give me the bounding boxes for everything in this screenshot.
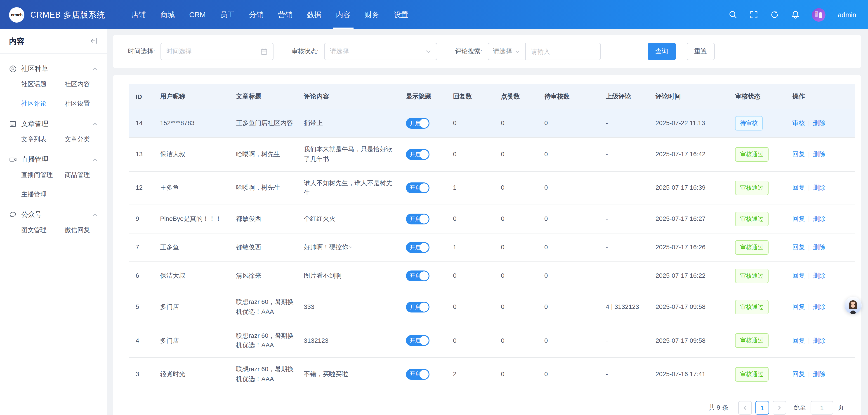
cell-article: 都敏俊西 (231, 205, 299, 233)
action-link[interactable]: 删除 (813, 215, 826, 222)
user-avatar[interactable] (812, 8, 826, 22)
action-link[interactable]: 回复 (792, 215, 805, 222)
floating-assistant-avatar[interactable] (844, 297, 862, 314)
sidebar-section: 文章管理文章列表文章分类 (0, 115, 107, 148)
sidebar-item[interactable]: 社区评论 (21, 100, 65, 108)
visibility-toggle[interactable]: 开启 (406, 335, 430, 346)
action-link[interactable]: 删除 (813, 244, 826, 251)
cell-likes: 0 (496, 233, 540, 262)
comment-search-type-select[interactable]: 请选择 (488, 43, 526, 60)
sidebar-item[interactable]: 直播间管理 (21, 171, 65, 179)
nav-item[interactable]: 店铺 (124, 0, 153, 29)
action-link[interactable]: 删除 (813, 150, 826, 158)
cell-likes: 0 (496, 262, 540, 290)
cell-parent: - (601, 324, 651, 357)
sidebar-item[interactable]: 图文管理 (21, 226, 65, 234)
jump-page-input[interactable] (811, 401, 833, 415)
sidebar-title: 内容 (9, 36, 24, 46)
menu-collapse-icon[interactable] (90, 37, 98, 46)
table-row: 7王多鱼都敏俊西好帅啊！硬控你~开启100-2025-07-17 16:26审核… (129, 233, 855, 262)
sidebar-item[interactable]: 社区内容 (65, 80, 107, 89)
action-link[interactable]: 回复 (792, 184, 805, 191)
cell-replies: 0 (448, 138, 496, 171)
table-row: 3轻煮时光联想razr 60，暑期换机优选！AAA不错，买啦买啦开启200-20… (129, 357, 855, 391)
visibility-toggle[interactable]: 开启 (406, 369, 430, 380)
action-link[interactable]: 回复 (792, 244, 805, 251)
action-link[interactable]: 回复 (792, 303, 805, 310)
action-link[interactable]: 回复 (792, 150, 805, 158)
reset-button[interactable]: 重置 (686, 43, 715, 60)
refresh-icon[interactable] (770, 10, 779, 19)
nav-item[interactable]: 营销 (271, 0, 300, 29)
fullscreen-icon[interactable] (749, 10, 758, 19)
cell-pending: 0 (540, 290, 601, 324)
nav-item[interactable]: 设置 (386, 0, 415, 29)
nav-item[interactable]: 内容 (329, 0, 358, 29)
comment-search-group: 请选择 (488, 43, 600, 60)
bell-icon[interactable] (791, 10, 800, 19)
sidebar-section-header[interactable]: 公众号 (0, 206, 107, 223)
cell-replies: 0 (448, 290, 496, 324)
visibility-toggle[interactable]: 开启 (406, 149, 430, 160)
sidebar-section-header[interactable]: 直播管理 (0, 151, 107, 168)
sidebar-section-header[interactable]: 文章管理 (0, 115, 107, 133)
toggle-knob (420, 150, 429, 159)
visibility-toggle[interactable]: 开启 (406, 118, 430, 129)
comment-search-input[interactable] (526, 43, 600, 60)
nav-item[interactable]: 财务 (358, 0, 386, 29)
filter-bar: 时间选择: 时间选择 审核状态: 请选择 评论搜索: 请选择 (113, 35, 861, 68)
prev-page-button[interactable] (738, 401, 752, 415)
nav-item[interactable]: 员工 (213, 0, 242, 29)
nav-item[interactable]: 分销 (242, 0, 271, 29)
visibility-toggle[interactable]: 开启 (406, 182, 430, 193)
action-link[interactable]: 回复 (792, 370, 805, 378)
visibility-toggle[interactable]: 开启 (406, 302, 430, 312)
sidebar-header: 内容 (0, 29, 107, 54)
visibility-toggle[interactable]: 开启 (406, 214, 430, 224)
query-button[interactable]: 查询 (648, 43, 676, 60)
sidebar-item[interactable]: 社区话题 (21, 80, 65, 89)
sidebar-item[interactable]: 社区设置 (65, 100, 107, 108)
cell-likes: 0 (496, 205, 540, 233)
cell-replies: 0 (448, 262, 496, 290)
next-page-button[interactable] (773, 401, 786, 415)
cell-article: 清风徐来 (231, 262, 299, 290)
action-link[interactable]: 删除 (813, 303, 826, 310)
sidebar-section: 公众号图文管理微信回复 (0, 206, 107, 239)
toggle-knob (420, 370, 429, 379)
nav-item[interactable]: 商城 (153, 0, 182, 29)
nav-item[interactable]: 数据 (300, 0, 329, 29)
toggle-knob (420, 183, 429, 193)
status-badge: 审核通过 (735, 212, 769, 226)
sidebar-item[interactable]: 微信回复 (65, 226, 107, 234)
current-page-button[interactable]: 1 (755, 401, 769, 415)
cell-status: 审核通过 (731, 290, 784, 324)
sidebar-item[interactable]: 文章分类 (65, 136, 107, 144)
sidebar-item[interactable]: 主播管理 (21, 191, 65, 199)
visibility-toggle[interactable]: 开启 (406, 242, 430, 253)
comment-search-type-placeholder: 请选择 (493, 47, 512, 56)
sidebar-item[interactable]: 文章列表 (21, 136, 65, 144)
date-picker-input[interactable]: 时间选择 (160, 43, 274, 60)
status-select[interactable]: 请选择 (324, 43, 437, 60)
sidebar-item[interactable]: 商品管理 (65, 171, 107, 179)
sidebar-section-label: 直播管理 (21, 155, 49, 164)
sidebar-section-header[interactable]: 社区种草 (0, 60, 107, 78)
username-label[interactable]: admin (838, 11, 856, 19)
search-icon[interactable] (729, 10, 737, 19)
cell-visible: 开启 (401, 138, 448, 171)
action-link[interactable]: 审核 (792, 119, 805, 127)
action-link[interactable]: 删除 (813, 184, 826, 191)
action-link[interactable]: 回复 (792, 272, 805, 279)
toggle-knob (420, 214, 429, 223)
action-divider: | (808, 150, 810, 158)
action-link[interactable]: 删除 (813, 272, 826, 279)
chevron-up-icon (92, 66, 98, 72)
visibility-toggle[interactable]: 开启 (406, 271, 430, 281)
sidebar-section: 直播管理直播间管理商品管理主播管理 (0, 151, 107, 203)
action-link[interactable]: 回复 (792, 337, 805, 344)
action-link[interactable]: 删除 (813, 370, 826, 378)
action-link[interactable]: 删除 (813, 337, 826, 344)
nav-item[interactable]: CRM (182, 0, 213, 29)
action-link[interactable]: 删除 (813, 119, 826, 127)
